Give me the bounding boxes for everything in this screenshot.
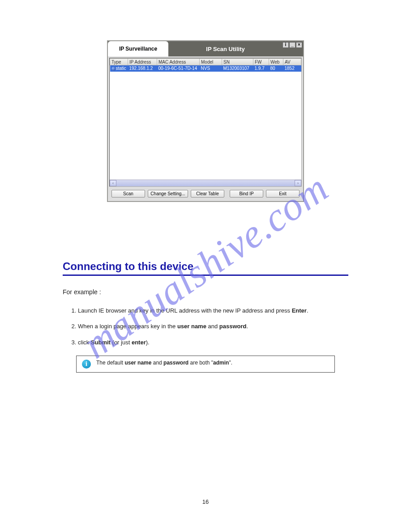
step1-end: .: [307, 307, 308, 314]
note-admin: admin: [213, 360, 229, 366]
window-title: IP Scan Utility: [168, 41, 283, 56]
col-ip[interactable]: IP Address: [128, 59, 157, 65]
note-end: ".: [229, 360, 232, 366]
note-box: i The default user name and password are…: [76, 356, 335, 373]
cell-fw: 1.9.7: [253, 65, 269, 72]
col-web[interactable]: Web: [269, 59, 283, 65]
step3-enter: enter: [132, 339, 146, 346]
for-example-text: For example :: [63, 288, 348, 296]
device-table-wrap: Type IP Address MAC Address Model SN FW …: [109, 58, 302, 187]
cell-sn: M132003107: [222, 65, 253, 72]
cell-web: 80: [269, 65, 283, 72]
scroll-right-icon[interactable]: ›: [295, 180, 301, 186]
step2-and: and: [206, 323, 219, 330]
step3-a: click: [78, 339, 91, 346]
cell-av: 1852: [283, 65, 301, 72]
cell-model: NVS: [200, 65, 222, 72]
page-number: 16: [0, 498, 411, 505]
section-heading: Connecting to this device: [63, 260, 348, 276]
horizontal-scrollbar[interactable]: ‹ ›: [110, 180, 301, 186]
info-button[interactable]: i: [283, 42, 289, 48]
note-pwd: password: [163, 360, 188, 366]
exit-button[interactable]: Exit: [266, 190, 300, 197]
device-table: Type IP Address MAC Address Model SN FW …: [110, 58, 301, 72]
col-type[interactable]: Type: [110, 59, 128, 65]
minimize-button[interactable]: _: [289, 42, 295, 48]
scroll-left-icon[interactable]: ‹: [110, 180, 116, 186]
step3-end: ).: [146, 339, 150, 346]
step2-a: When a login page appears key in the: [78, 323, 177, 330]
note-and: and: [151, 360, 163, 366]
note-are: are both ": [188, 360, 213, 366]
instruction-list: Launch IE browser and key in the URL add…: [78, 305, 348, 348]
col-sn[interactable]: SN: [222, 59, 253, 65]
col-model[interactable]: Model: [200, 59, 222, 65]
step3-submit: Submit: [91, 339, 111, 346]
col-mac[interactable]: MAC Address: [157, 59, 200, 65]
step1-text: Launch IE browser and key in the URL add…: [78, 307, 292, 314]
step3-or: (or just: [111, 339, 132, 346]
close-button[interactable]: ×: [296, 42, 302, 48]
step2-user: user name: [177, 323, 206, 330]
cell-type: static: [116, 66, 126, 71]
col-av[interactable]: AV: [283, 59, 301, 65]
step2-pwd: password: [219, 323, 247, 330]
change-setting-button[interactable]: Change Setting...: [148, 190, 188, 197]
scroll-track[interactable]: [116, 180, 295, 186]
table-row[interactable]: static 192.168.1.2 00-19-6C-51-7D-14 NVS…: [110, 65, 301, 72]
note-user: user name: [124, 360, 151, 366]
button-row: Scan Change Setting... Clear Table Bind …: [109, 187, 302, 200]
list-item: Launch IE browser and key in the URL add…: [78, 305, 348, 316]
status-dot-icon: [111, 67, 116, 71]
step1-key: Enter: [292, 307, 307, 314]
scan-button[interactable]: Scan: [111, 190, 145, 197]
step2-end: .: [247, 323, 248, 330]
list-item: click Submit (or just enter).: [78, 337, 348, 348]
window-controls: i _ ×: [283, 41, 303, 56]
title-bar: IP Surveillance IP Scan Utility i _ ×: [108, 41, 303, 56]
window-body: Type IP Address MAC Address Model SN FW …: [108, 56, 303, 201]
title-tab: IP Surveillance: [108, 41, 168, 56]
ip-scan-window: IP Surveillance IP Scan Utility i _ × Ty…: [107, 40, 304, 202]
cell-ip: 192.168.1.2: [128, 65, 157, 72]
clear-table-button[interactable]: Clear Table: [191, 190, 224, 197]
note-text: The default user name and password are b…: [96, 360, 232, 369]
note-a: The default: [96, 360, 124, 366]
col-fw[interactable]: FW: [253, 59, 269, 65]
header-row: Type IP Address MAC Address Model SN FW …: [110, 59, 301, 65]
info-icon: i: [82, 360, 91, 369]
list-item: When a login page appears key in the use…: [78, 321, 348, 331]
bind-ip-button[interactable]: Bind IP: [230, 190, 263, 197]
cell-mac: 00-19-6C-51-7D-14: [157, 65, 200, 72]
